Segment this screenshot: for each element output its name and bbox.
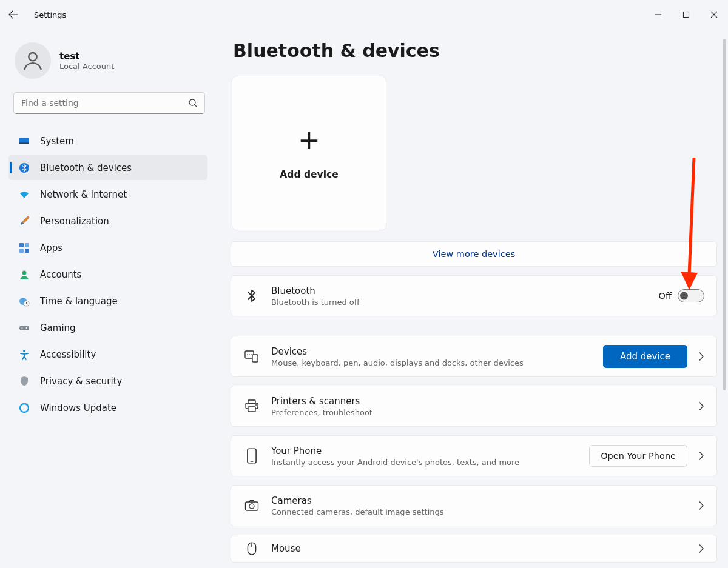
nav-item-system[interactable]: System xyxy=(8,129,207,153)
accessibility-icon xyxy=(18,349,30,361)
chevron-right-icon xyxy=(698,501,704,510)
clock-globe-icon xyxy=(18,295,30,307)
yourphone-subtitle: Instantly access your Android device's p… xyxy=(271,458,578,467)
nav-item-accessibility[interactable]: Accessibility xyxy=(8,342,207,367)
add-device-button[interactable]: Add device xyxy=(603,345,687,368)
nav-label: Personalization xyxy=(40,216,109,227)
nav-label: Time & language xyxy=(40,296,118,307)
svg-rect-29 xyxy=(246,502,258,510)
avatar-icon xyxy=(15,42,51,79)
bluetooth-icon xyxy=(18,162,30,174)
svg-rect-13 xyxy=(19,326,29,330)
printers-subtitle: Preferences, troubleshoot xyxy=(271,408,687,417)
cameras-row[interactable]: Cameras Connected cameras, default image… xyxy=(231,485,717,526)
printers-title: Printers & scanners xyxy=(271,396,687,407)
svg-rect-27 xyxy=(248,449,256,463)
svg-point-1 xyxy=(29,53,36,61)
bluetooth-toggle[interactable] xyxy=(678,289,704,302)
svg-point-14 xyxy=(22,327,23,329)
svg-point-26 xyxy=(255,404,257,406)
svg-point-20 xyxy=(247,354,248,355)
printer-icon xyxy=(243,399,260,413)
nav-item-accounts[interactable]: Accounts xyxy=(8,262,207,287)
chevron-right-icon xyxy=(698,544,704,553)
nav-item-privacy[interactable]: Privacy & security xyxy=(8,369,207,393)
brush-icon xyxy=(18,215,30,227)
yourphone-row[interactable]: Your Phone Instantly access your Android… xyxy=(231,435,717,476)
account-block[interactable]: test Local Account xyxy=(11,34,207,92)
update-icon xyxy=(18,402,30,414)
plus-icon: + xyxy=(298,127,320,153)
view-more-devices[interactable]: View more devices xyxy=(231,241,717,267)
svg-rect-0 xyxy=(684,12,689,18)
svg-rect-8 xyxy=(19,249,24,253)
svg-rect-7 xyxy=(25,243,29,247)
wifi-icon xyxy=(18,189,30,201)
nav-label: Apps xyxy=(40,242,62,253)
bluetooth-subtitle: Bluetooth is turned off xyxy=(271,298,648,307)
window-controls xyxy=(644,5,728,24)
nav-item-bluetooth[interactable]: Bluetooth & devices xyxy=(8,155,207,180)
svg-point-22 xyxy=(251,354,252,355)
bluetooth-row: Bluetooth Bluetooth is turned off Off xyxy=(231,275,717,316)
nav-item-apps[interactable]: Apps xyxy=(8,235,207,260)
svg-rect-25 xyxy=(248,407,255,412)
svg-point-2 xyxy=(189,99,195,105)
scrollbar-thumb[interactable] xyxy=(723,39,726,390)
svg-rect-28 xyxy=(251,461,254,461)
open-your-phone-button[interactable]: Open Your Phone xyxy=(589,445,687,467)
devices-row[interactable]: Devices Mouse, keyboard, pen, audio, dis… xyxy=(231,336,717,377)
mouse-icon xyxy=(243,542,260,555)
nav: System Bluetooth & devices Network & int… xyxy=(8,129,207,420)
nav-label: Privacy & security xyxy=(40,376,122,387)
phone-icon xyxy=(243,448,260,464)
cameras-title: Cameras xyxy=(271,495,687,506)
page-title: Bluetooth & devices xyxy=(233,40,717,61)
maximize-button[interactable] xyxy=(672,5,700,24)
svg-rect-9 xyxy=(25,249,29,253)
mouse-title: Mouse xyxy=(271,543,687,554)
printers-row[interactable]: Printers & scanners Preferences, trouble… xyxy=(231,386,717,427)
svg-point-10 xyxy=(22,270,27,275)
cameras-subtitle: Connected cameras, default image setting… xyxy=(271,507,687,516)
nav-label: Windows Update xyxy=(40,403,116,413)
nav-label: System xyxy=(40,136,74,147)
svg-rect-4 xyxy=(19,142,29,144)
close-button[interactable] xyxy=(700,5,728,24)
nav-item-personalization[interactable]: Personalization xyxy=(8,209,207,233)
nav-label: Accounts xyxy=(40,269,81,280)
svg-rect-19 xyxy=(252,355,258,362)
add-device-label: Add device xyxy=(280,169,338,180)
nav-item-time[interactable]: Time & language xyxy=(8,289,207,313)
titlebar: Settings xyxy=(0,0,728,29)
person-icon xyxy=(18,269,30,281)
shield-icon xyxy=(18,375,30,387)
view-more-link[interactable]: View more devices xyxy=(433,249,515,259)
chevron-right-icon xyxy=(698,402,704,410)
svg-point-16 xyxy=(23,350,25,352)
chevron-right-icon xyxy=(698,452,704,460)
devices-icon xyxy=(243,350,260,363)
back-button[interactable] xyxy=(0,10,27,19)
svg-point-21 xyxy=(249,354,250,355)
nav-item-update[interactable]: Windows Update xyxy=(8,395,207,420)
svg-point-15 xyxy=(26,327,27,329)
nav-label: Network & internet xyxy=(40,189,127,200)
search-wrapper xyxy=(13,92,205,114)
minimize-button[interactable] xyxy=(644,5,672,24)
nav-item-network[interactable]: Network & internet xyxy=(8,182,207,207)
devices-subtitle: Mouse, keyboard, pen, audio, displays an… xyxy=(271,358,592,367)
mouse-row[interactable]: Mouse xyxy=(231,535,717,563)
search-icon xyxy=(188,98,198,108)
add-device-card[interactable]: + Add device xyxy=(232,76,386,230)
search-input[interactable] xyxy=(13,92,205,114)
sidebar: test Local Account System Bluetooth & de… xyxy=(0,29,218,420)
devices-title: Devices xyxy=(271,346,592,357)
apps-icon xyxy=(18,242,30,254)
nav-item-gaming[interactable]: Gaming xyxy=(8,315,207,340)
account-subtitle: Local Account xyxy=(59,62,114,71)
nav-label: Accessibility xyxy=(40,349,96,360)
display-icon xyxy=(18,135,30,147)
chevron-right-icon xyxy=(698,352,704,361)
svg-rect-6 xyxy=(19,243,24,247)
